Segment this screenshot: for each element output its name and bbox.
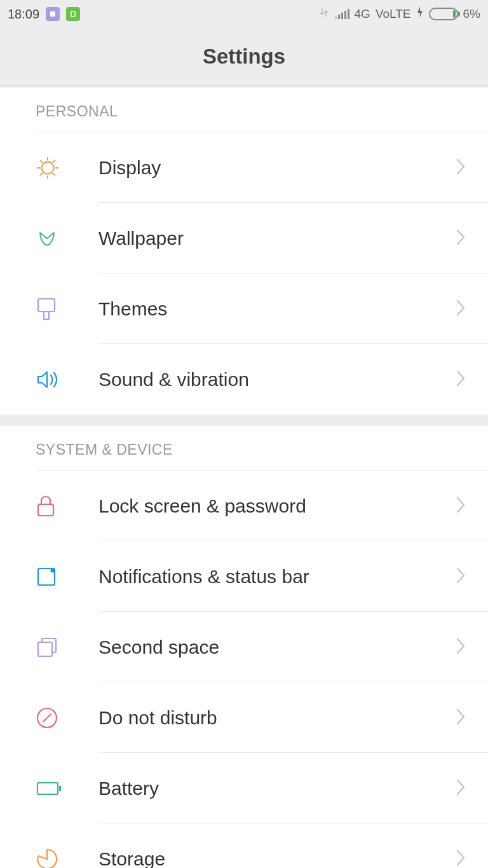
row-label: Notifications & status bar (98, 566, 455, 588)
battery-percent: 6% (463, 7, 480, 21)
svg-line-8 (53, 173, 55, 175)
row-label: Storage (98, 848, 455, 869)
row-second-space[interactable]: Second space (0, 612, 488, 682)
row-themes[interactable]: Themes (0, 273, 488, 344)
chevron-right-icon (455, 848, 488, 869)
lock-icon (0, 494, 98, 518)
row-label: Sound & vibration (98, 369, 455, 390)
svg-rect-0 (50, 11, 55, 17)
do-not-disturb-icon (0, 706, 98, 729)
row-label: Wallpaper (98, 228, 455, 249)
wallpaper-icon (0, 227, 98, 250)
svg-rect-11 (38, 299, 55, 312)
status-bar: 18:09 4G VoLTE 6% (0, 0, 488, 28)
data-activity-icon (318, 7, 330, 22)
section-header-personal: PERSONAL (0, 88, 488, 132)
svg-rect-12 (44, 312, 49, 319)
svg-line-10 (53, 160, 55, 162)
chevron-right-icon (455, 228, 488, 249)
chevron-right-icon (455, 495, 488, 517)
volte-label: VoLTE (376, 7, 411, 21)
network-type: 4G (355, 7, 370, 21)
notification-app-icon-2 (66, 7, 80, 21)
row-wallpaper[interactable]: Wallpaper (0, 203, 488, 273)
row-storage[interactable]: Storage (0, 823, 488, 868)
row-lock-screen-password[interactable]: Lock screen & password (0, 471, 488, 541)
svg-line-19 (43, 714, 51, 722)
row-label: Do not disturb (98, 707, 455, 729)
status-time: 18:09 (8, 7, 39, 22)
row-label: Second space (98, 637, 455, 658)
settings-list: PERSONAL Display Wallpaper (0, 88, 488, 868)
row-display[interactable]: Display (0, 132, 488, 203)
svg-point-15 (51, 568, 55, 572)
battery-setting-icon (0, 780, 98, 797)
svg-rect-20 (37, 783, 58, 794)
row-do-not-disturb[interactable]: Do not disturb (0, 682, 488, 753)
row-notifications-status-bar[interactable]: Notifications & status bar (0, 541, 488, 612)
chevron-right-icon (455, 298, 488, 320)
row-sound-vibration[interactable]: Sound & vibration (0, 344, 488, 415)
svg-line-7 (41, 160, 43, 162)
chevron-right-icon (455, 707, 488, 729)
page-title: Settings (203, 45, 285, 69)
battery-icon (429, 8, 458, 20)
svg-rect-17 (38, 642, 52, 656)
sound-icon (0, 369, 98, 390)
status-right: 4G VoLTE 6% (318, 6, 480, 22)
row-battery[interactable]: Battery (0, 753, 488, 823)
app-header: Settings (0, 28, 488, 85)
chevron-right-icon (455, 369, 488, 390)
status-left: 18:09 (8, 7, 80, 22)
chevron-right-icon (455, 637, 488, 658)
svg-rect-1 (71, 11, 75, 17)
section-header-system: SYSTEM & DEVICE (0, 426, 488, 470)
themes-icon (0, 296, 98, 322)
row-label: Lock screen & password (98, 495, 455, 517)
second-space-icon (0, 636, 98, 659)
notifications-icon (0, 566, 98, 588)
chevron-right-icon (455, 566, 488, 588)
chevron-right-icon (455, 157, 488, 179)
charging-icon (416, 6, 424, 22)
section-personal: PERSONAL Display Wallpaper (0, 88, 488, 415)
svg-rect-21 (59, 786, 61, 791)
row-label: Themes (98, 298, 455, 320)
signal-icon (335, 9, 349, 19)
storage-icon (0, 848, 98, 869)
svg-line-9 (41, 173, 43, 175)
row-label: Display (98, 157, 455, 179)
svg-point-2 (42, 162, 54, 174)
chevron-right-icon (455, 778, 488, 799)
svg-rect-13 (38, 504, 53, 516)
display-icon (0, 156, 98, 180)
section-system-device: SYSTEM & DEVICE Lock screen & password N… (0, 426, 488, 868)
row-label: Battery (98, 778, 455, 799)
notification-app-icon-1 (46, 7, 60, 21)
